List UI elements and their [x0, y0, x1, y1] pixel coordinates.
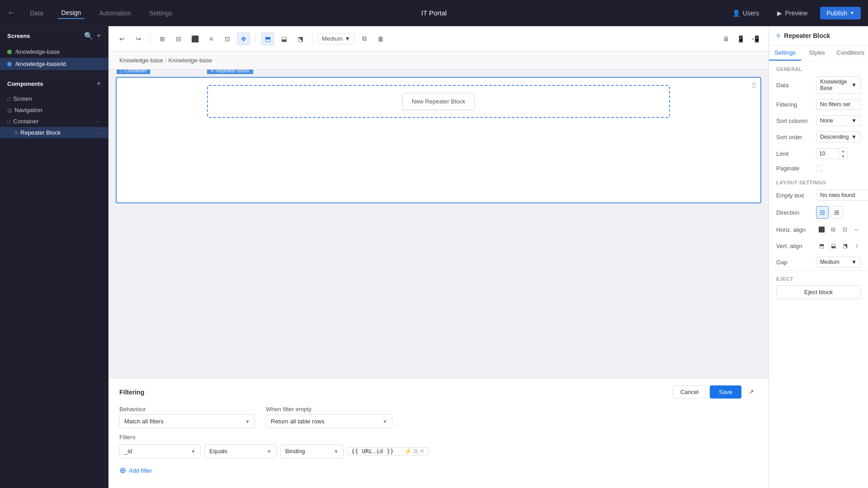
tab-styles[interactable]: Styles: [801, 46, 833, 61]
desktop-view-btn[interactable]: 🖥: [720, 33, 732, 45]
top-nav: ← Data Design Automation Settings IT Por…: [0, 0, 868, 26]
save-button[interactable]: Save: [710, 385, 741, 399]
align-right-btn[interactable]: ⊡: [221, 33, 234, 45]
add-screen-icon[interactable]: +: [97, 32, 101, 40]
paginate-checkbox[interactable]: [816, 165, 822, 172]
limit-input[interactable]: [816, 148, 839, 159]
filter-copy-icon[interactable]: ⧉: [414, 448, 418, 455]
gap-select[interactable]: Medium ▼: [816, 257, 861, 267]
when-empty-select[interactable]: Return all table rows ▼: [266, 414, 392, 428]
move-btn[interactable]: ✥: [237, 33, 250, 45]
right-sidebar-header: ≡ Repeater Block: [769, 26, 868, 46]
vert-align-prop-row: Vert. align ⬒ ⬓ ⬔ ↕: [769, 238, 868, 254]
size-dropdown[interactable]: Medium ▼: [318, 33, 354, 44]
tree-item-screen[interactable]: □ Screen: [0, 93, 108, 104]
eject-block-button[interactable]: Eject block: [776, 285, 861, 299]
components-header: Components +: [0, 74, 108, 93]
filtering-prop-label: Filtering: [776, 101, 812, 108]
copy-btn[interactable]: ⧉: [358, 33, 371, 45]
align-btn-1[interactable]: ⬒: [261, 33, 274, 45]
vert-align-buttons: ⬒ ⬓ ⬔ ↕: [816, 240, 862, 251]
repeater-panel-icon: ≡: [776, 32, 780, 40]
nav-tab-data[interactable]: Data: [26, 8, 47, 19]
nav-right: 👤 Users ▶ Preview Publish ▼: [727, 7, 861, 19]
mobile-view-btn[interactable]: 📲: [749, 33, 761, 45]
data-caret-icon: ▼: [851, 82, 857, 88]
vert-align-middle-btn[interactable]: ⬓: [828, 240, 839, 251]
align-btn-2[interactable]: ⬓: [278, 33, 290, 45]
gap-value: Medium ▼: [816, 257, 861, 267]
tree-item-repeater[interactable]: ≡ Repeater Block ···: [0, 127, 108, 138]
back-button[interactable]: ←: [7, 8, 15, 18]
horiz-align-prop-row: Horiz. align ⬛ ⊟ ⊡ ↔: [769, 221, 868, 238]
behaviour-select[interactable]: Match all filters ▼: [119, 414, 255, 428]
direction-col-btn[interactable]: ⊞: [830, 206, 843, 219]
delete-btn[interactable]: 🗑: [374, 33, 387, 45]
nav-tab-settings[interactable]: Settings: [146, 8, 176, 19]
horiz-align-stretch-btn[interactable]: ↔: [851, 224, 862, 235]
screen-item-knowledge-base[interactable]: /knowledge-base: [0, 46, 108, 58]
add-filter-button[interactable]: ⊕ Add filter: [119, 464, 758, 477]
align-left-btn[interactable]: ⬛: [189, 33, 201, 45]
filter-lightning-icon[interactable]: ⚡: [405, 448, 412, 455]
redo-button[interactable]: ↪: [132, 33, 145, 45]
filter-type-select[interactable]: Binding ▼: [280, 444, 344, 458]
vert-align-top-btn[interactable]: ⬒: [816, 240, 827, 251]
limit-down-arrow[interactable]: ▼: [839, 154, 847, 159]
align-btn-3[interactable]: ⬔: [294, 33, 307, 45]
filter-clear-icon[interactable]: ✕: [420, 448, 425, 455]
tablet-view-btn[interactable]: 📱: [734, 33, 747, 45]
filter-operator-value: Equals: [209, 448, 227, 455]
undo-button[interactable]: ↩: [116, 33, 128, 45]
empty-text-input[interactable]: [816, 190, 868, 201]
filter-operator-select[interactable]: Equals ▼: [204, 444, 277, 458]
filter-header: Filtering Cancel Save ↗: [119, 385, 758, 399]
filter-expand-button[interactable]: ↗: [745, 385, 758, 398]
sort-column-select[interactable]: None ▼: [816, 115, 861, 126]
vert-align-stretch-btn[interactable]: ↕: [851, 240, 862, 251]
filter-value-text[interactable]: {{ URL.id }}: [351, 448, 403, 455]
app-title: IT Portal: [421, 9, 447, 17]
screens-header: Screens 🔍 +: [0, 26, 108, 46]
add-component-icon[interactable]: +: [97, 80, 101, 88]
data-select[interactable]: Knowledge Base ▼: [816, 76, 861, 94]
navigation-tree-icon: ◎: [7, 107, 12, 113]
direction-row-btn[interactable]: ⊟: [816, 206, 829, 219]
layout-grid-btn[interactable]: ⊞: [156, 33, 169, 45]
repeater-dots-button[interactable]: ···: [96, 130, 101, 136]
filter-field-caret-icon: ▼: [191, 449, 196, 454]
breadcrumb-item-2[interactable]: Knowledge-base: [168, 57, 212, 64]
tree-item-navigation[interactable]: ◎ Navigation: [0, 104, 108, 116]
filter-field-select[interactable]: _id ▼: [119, 444, 201, 458]
nav-tab-automation[interactable]: Automation: [95, 8, 135, 19]
filtering-select[interactable]: No filters set: [816, 99, 861, 110]
behaviour-group: Behaviour Match all filters ▼: [119, 406, 255, 428]
horiz-align-left-btn[interactable]: ⬛: [816, 224, 827, 235]
horiz-align-center-btn[interactable]: ⊟: [828, 224, 839, 235]
sort-order-caret-icon: ▼: [851, 134, 857, 140]
cancel-button[interactable]: Cancel: [673, 385, 706, 399]
breadcrumb-item-1[interactable]: Knowledge-base: [119, 57, 163, 64]
layout-cols-btn[interactable]: ⊟: [172, 33, 185, 45]
search-icon[interactable]: 🔍: [84, 32, 93, 40]
drag-handle-icon[interactable]: ⠿: [751, 81, 757, 90]
users-button[interactable]: 👤 Users: [727, 7, 765, 19]
sort-order-select[interactable]: Descending ▼: [816, 131, 861, 142]
publish-button[interactable]: Publish ▼: [820, 7, 861, 19]
paginate-label: Paginate: [776, 165, 812, 172]
add-filter-plus-icon: ⊕: [119, 466, 126, 474]
container-dots-button[interactable]: ···: [96, 118, 101, 125]
nav-tab-design[interactable]: Design: [58, 7, 85, 19]
tab-conditions[interactable]: Conditions: [833, 46, 868, 61]
align-center-btn[interactable]: ≡: [205, 33, 217, 45]
gap-label: Gap: [776, 259, 812, 266]
vert-align-bottom-btn[interactable]: ⬔: [840, 240, 850, 251]
tab-settings[interactable]: Settings: [769, 46, 801, 61]
limit-up-arrow[interactable]: ▲: [839, 148, 847, 154]
preview-button[interactable]: ▶ Preview: [772, 7, 813, 19]
filters-label: Filters: [119, 434, 758, 441]
tree-item-container[interactable]: □ Container ···: [0, 116, 108, 127]
screen-item-knowledge-base-id[interactable]: /knowledge-base/id: [0, 58, 108, 70]
filter-row-1: _id ▼ Equals ▼ Binding ▼ {{ URL.id }} ⚡ …: [119, 444, 758, 458]
horiz-align-right-btn[interactable]: ⊡: [840, 224, 850, 235]
